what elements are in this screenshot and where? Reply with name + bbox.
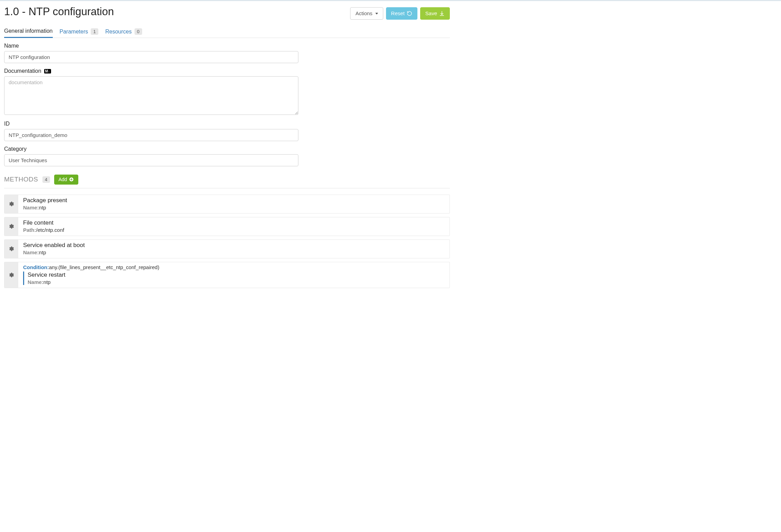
methods-section-title: METHODS [4, 176, 38, 183]
category-input[interactable] [4, 154, 298, 166]
name-input[interactable] [4, 51, 298, 63]
tab-general[interactable]: General information [4, 26, 53, 38]
add-method-button[interactable]: Add [54, 175, 79, 185]
condition-value: any.(file_lines_present__etc_ntp_conf_re… [49, 264, 159, 270]
gear-icon[interactable] [4, 195, 18, 213]
reset-label: Reset [391, 10, 405, 17]
method-param-value: ntp [39, 205, 46, 210]
method-param-label: Name: [23, 205, 39, 210]
gear-icon[interactable] [4, 217, 18, 236]
method-param-value: /etc/ntp.conf [36, 227, 65, 233]
actions-label: Actions [355, 10, 372, 17]
tab-bar: General information Parameters 1 Resourc… [4, 26, 450, 38]
method-title: Service enabled at boot [23, 242, 446, 249]
method-card[interactable]: Condition:any.(file_lines_present__etc_n… [4, 262, 450, 288]
add-label: Add [59, 177, 67, 183]
gear-icon[interactable] [4, 240, 18, 258]
method-title: Service restart [28, 272, 446, 278]
id-label: ID [4, 121, 298, 127]
method-param-label: Path: [23, 227, 36, 233]
tab-resources-count: 0 [135, 28, 142, 35]
caret-down-icon [375, 13, 378, 14]
download-icon [439, 11, 445, 16]
method-param-label: Name: [28, 279, 43, 285]
method-card[interactable]: Package present Name:ntp [4, 195, 450, 214]
name-label: Name [4, 43, 298, 49]
id-input[interactable] [4, 129, 298, 141]
doc-label: Documentation [4, 68, 41, 74]
method-param-value: ntp [43, 279, 51, 285]
tab-parameters-label: Parameters [60, 29, 88, 35]
tab-general-label: General information [4, 28, 53, 34]
methods-count: 4 [42, 176, 50, 183]
condition-label: Condition: [23, 264, 49, 270]
plus-circle-icon [69, 177, 74, 182]
markdown-icon: M↓ [44, 69, 51, 73]
tab-parameters-count: 1 [91, 28, 98, 35]
method-param-value: ntp [39, 249, 46, 255]
category-label: Category [4, 146, 298, 152]
actions-dropdown[interactable]: Actions [350, 7, 383, 20]
tab-resources-label: Resources [105, 29, 131, 35]
gear-icon[interactable] [4, 262, 18, 288]
undo-icon [407, 11, 412, 16]
documentation-textarea[interactable] [4, 76, 298, 115]
tab-resources[interactable]: Resources 0 [105, 26, 142, 38]
method-card[interactable]: Service enabled at boot Name:ntp [4, 239, 450, 258]
save-button[interactable]: Save [420, 7, 450, 20]
method-title: Package present [23, 197, 446, 204]
tab-parameters[interactable]: Parameters 1 [60, 26, 99, 38]
page-title: 1.0 - NTP configuration [4, 6, 114, 18]
save-label: Save [425, 10, 437, 17]
method-title: File content [23, 219, 446, 226]
reset-button[interactable]: Reset [386, 7, 417, 20]
method-card[interactable]: File content Path:/etc/ntp.conf [4, 217, 450, 236]
method-param-label: Name: [23, 249, 39, 255]
